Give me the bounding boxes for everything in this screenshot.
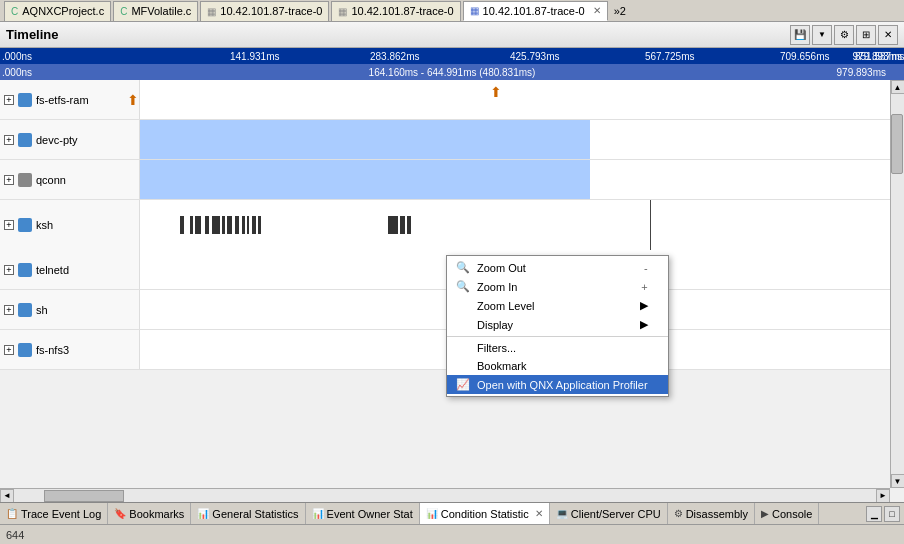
scroll-right-button[interactable]: ► — [876, 489, 890, 503]
c-file-icon: C — [11, 6, 18, 17]
row-label-devc-pty: + devc-pty — [0, 120, 140, 159]
activity-block — [195, 216, 201, 234]
tab-client-server-cpu[interactable]: 💻 Client/Server CPU — [550, 503, 668, 525]
pin-right-icon: ⬆ — [490, 84, 502, 100]
tab-trace3-close[interactable]: ✕ — [593, 5, 601, 16]
tab-aqnxc-label: AQNXCProject.c — [22, 5, 104, 17]
ruler-mark-1: 141.931ms — [230, 51, 279, 62]
menu-item-bookmark[interactable]: Bookmark — [447, 357, 668, 375]
process-icon — [18, 303, 32, 317]
settings-icon: ⚙ — [840, 29, 849, 40]
scroll-down-button[interactable]: ▼ — [891, 474, 905, 488]
table-row: + sh — [0, 290, 890, 330]
row-name: fs-nfs3 — [36, 344, 69, 356]
row-track-ksh[interactable] — [140, 200, 890, 250]
scroll-up-button[interactable]: ▲ — [891, 80, 905, 94]
menu-zoom-in-label: Zoom In — [477, 281, 517, 293]
menu-zoom-level-label: Zoom Level — [477, 300, 534, 312]
tab-trace-event-log[interactable]: 📋 Trace Event Log — [0, 503, 108, 525]
table-row: + fs-nfs3 — [0, 330, 890, 370]
row-name: qconn — [36, 174, 66, 186]
expand-icon[interactable]: + — [4, 135, 14, 145]
horizontal-scrollbar[interactable]: ◄ ► — [0, 488, 890, 502]
cursor-line — [650, 200, 651, 250]
row-track-devc-pty[interactable] — [140, 120, 890, 159]
row-track-qconn[interactable] — [140, 160, 890, 199]
toolbar-layout-button[interactable]: ⊞ — [856, 25, 876, 45]
expand-icon[interactable]: + — [4, 175, 14, 185]
toolbar-settings-button[interactable]: ⚙ — [834, 25, 854, 45]
row-track-fs-etfs-ram[interactable]: ⬆ — [140, 80, 890, 119]
table-row: + qconn — [0, 160, 890, 200]
menu-item-zoom-out[interactable]: 🔍 Zoom Out - — [447, 258, 668, 277]
tab-trace2[interactable]: ▦ 10.42.101.87-trace-0 — [331, 1, 460, 21]
close-button[interactable]: ✕ — [878, 25, 898, 45]
tab-disassembly[interactable]: ⚙ Disassembly — [668, 503, 755, 525]
ruler-mark-5: 709.656ms — [780, 51, 829, 62]
max-button[interactable]: □ — [884, 506, 900, 522]
menu-item-zoom-in[interactable]: 🔍 Zoom In + — [447, 277, 668, 296]
row-label-fs-nfs3: + fs-nfs3 — [0, 330, 140, 369]
h-scroll-track[interactable] — [14, 490, 876, 502]
ruler-mark-4: 567.725ms — [645, 51, 694, 62]
tab-disassembly-label: Disassembly — [686, 508, 748, 520]
process-icon — [18, 343, 32, 357]
expand-icon[interactable]: + — [4, 265, 14, 275]
scroll-track[interactable] — [891, 94, 904, 474]
layout-icon: ⊞ — [862, 29, 870, 40]
expand-icon[interactable]: + — [4, 220, 14, 230]
menu-item-open-profiler[interactable]: 📈 Open with QNX Application Profiler — [447, 375, 668, 394]
tab-general-statistics[interactable]: 📊 General Statistics — [191, 503, 305, 525]
profiler-icon: 📈 — [455, 378, 471, 391]
menu-item-filters[interactable]: Filters... — [447, 339, 668, 357]
scroll-thumb[interactable] — [891, 114, 903, 174]
tab-overflow[interactable]: »2 — [610, 5, 630, 17]
activity-block — [247, 216, 249, 234]
vertical-scrollbar[interactable]: ▲ ▼ — [890, 80, 904, 488]
tab-event-owner-stat[interactable]: 📊 Event Owner Stat — [306, 503, 420, 525]
activity-block — [242, 216, 245, 234]
tab-aqnxc[interactable]: C AQNXCProject.c — [4, 1, 111, 21]
menu-item-zoom-level[interactable]: Zoom Level ▶ — [447, 296, 668, 315]
table-row: + ksh — [0, 200, 890, 250]
expand-icon[interactable]: + — [4, 345, 14, 355]
stats-icon-2: 📊 — [312, 508, 324, 519]
menu-item-display[interactable]: Display ▶ — [447, 315, 668, 334]
expand-icon[interactable]: + — [4, 305, 14, 315]
timeline-ruler: .000ns 141.931ms 283.862ms 425.793ms 567… — [0, 48, 904, 64]
process-icon — [18, 133, 32, 147]
tab-mfvolatile[interactable]: C MFVolatile.c — [113, 1, 198, 21]
tab-console[interactable]: ▶ Console — [755, 503, 819, 525]
tab-trace3[interactable]: ▦ 10.42.101.87-trace-0 ✕ — [463, 1, 608, 21]
bottom-toolbar: ▁ □ — [866, 506, 904, 522]
save-view-button[interactable]: 💾 — [790, 25, 810, 45]
zoom-in-icon: 🔍 — [455, 280, 471, 293]
expand-icon[interactable]: + — [4, 95, 14, 105]
toolbar-dropdown-button[interactable]: ▼ — [812, 25, 832, 45]
tab-bookmarks[interactable]: 🔖 Bookmarks — [108, 503, 191, 525]
tab-event-owner-label: Event Owner Stat — [327, 508, 413, 520]
bottom-tab-bar: 📋 Trace Event Log 🔖 Bookmarks 📊 General … — [0, 502, 904, 524]
activity-block — [400, 216, 405, 234]
activity-block — [227, 216, 232, 234]
row-name: fs-etfs-ram — [36, 94, 89, 106]
tab-condition-statistic[interactable]: 📊 Condition Statistic ✕ — [420, 503, 550, 525]
console-icon: ▶ — [761, 508, 769, 519]
scroll-left-button[interactable]: ◄ — [0, 489, 14, 503]
h-scroll-thumb[interactable] — [44, 490, 124, 502]
min-button[interactable]: ▁ — [866, 506, 882, 522]
ruler-start: .000ns — [2, 51, 32, 62]
save-icon: 💾 — [794, 29, 806, 40]
row-label-fs-etfs-ram: + fs-etfs-ram ⬆ — [0, 80, 140, 119]
top-tab-bar: C AQNXCProject.c C MFVolatile.c ▦ 10.42.… — [0, 0, 904, 22]
ruler-end: 979.893ms — [853, 51, 902, 62]
menu-separator-1 — [447, 336, 668, 337]
menu-zoom-out-label: Zoom Out — [477, 262, 526, 274]
tab-trace1[interactable]: ▦ 10.42.101.87-trace-0 — [200, 1, 329, 21]
trace-icon-1: ▦ — [207, 6, 216, 17]
activity-block — [212, 216, 220, 234]
zoom-level-arrow: ▶ — [640, 299, 648, 312]
tab-mfvolatile-label: MFVolatile.c — [131, 5, 191, 17]
timeline-rows-container: + fs-etfs-ram ⬆ ⬆ + devc-pty — [0, 80, 890, 488]
tab-condition-close[interactable]: ✕ — [535, 508, 543, 519]
